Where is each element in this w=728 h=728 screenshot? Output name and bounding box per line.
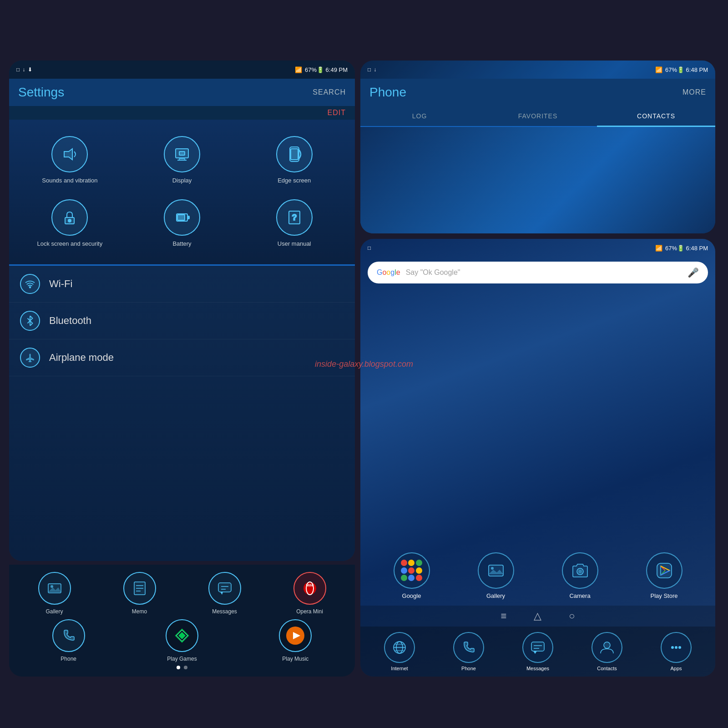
home-wallpaper-area [360,288,715,548]
svg-text:?: ? [292,213,297,222]
opera-icon: MINI [301,579,319,597]
grid-dot-red2 [408,567,415,574]
phone-dock-label: Phone [61,656,76,662]
grid-dot-yellow [408,560,415,566]
dock-contacts[interactable]: Contacts [592,632,622,671]
svg-rect-21 [218,583,231,592]
playgames-dock-label: Play Games [167,656,197,662]
bottom-dock-home: Internet Phone [360,627,715,677]
setting-lock[interactable]: Lock screen and security [14,192,126,255]
status-bar-left: □ ↓ ⬇ 📶 67%🔋 6:49 PM [9,61,355,79]
setting-sounds[interactable]: Sounds and vibration [14,129,126,192]
svg-rect-9 [187,216,189,219]
dock-phone-home[interactable]: Phone [453,632,484,671]
home-button[interactable]: △ [534,610,541,622]
home-icon-camera[interactable]: Camera [562,552,598,599]
dock-playmusic[interactable]: Play Music [241,619,350,662]
memo-icon [131,579,149,597]
dock-messages-home[interactable]: Messages [522,632,553,671]
display-icon [173,145,191,163]
home-icon-gallery[interactable]: Gallery [478,552,514,599]
home-notif-icon: □ [368,245,371,251]
phone-header: Phone MORE [360,79,715,106]
sound-icon [61,145,79,163]
playstore-home-label: Play Store [651,592,678,599]
google-apps-grid [401,560,423,581]
back-button[interactable]: ○ [569,610,575,622]
display-icon-circle [164,136,200,172]
menu-button[interactable]: ≡ [500,610,506,622]
dock-gallery[interactable]: Gallery [14,572,95,615]
svg-point-37 [578,570,582,573]
dock-apps[interactable]: Apps [661,632,692,671]
wifi-label: Wi-Fi [49,278,72,290]
memo-icon-circle [123,572,156,605]
tab-contacts[interactable]: CONTACTS [597,106,715,126]
dock-internet[interactable]: Internet [384,632,415,671]
search-button[interactable]: SEARCH [313,88,346,96]
phone-notif-icon: □ [368,66,371,73]
camera-home-label: Camera [569,592,590,599]
home-status-bar: □ 📶 67%🔋 6:48 PM [360,239,715,257]
svg-rect-3 [179,152,185,155]
messages-dock-label: Messages [212,608,237,615]
right-panel: □ ↓ 📶 67%🔋 6:48 PM Phone MORE LOG FAVORI… [360,51,715,677]
svg-point-35 [491,567,494,570]
messages-home-label: Messages [526,666,549,671]
lock-icon [61,208,79,227]
airplane-item[interactable]: Airplane mode [9,339,355,376]
dock-messages[interactable]: Messages [184,572,265,615]
phone-battery-time: 67%🔋 6:48 PM [665,66,708,73]
svg-marker-29 [178,632,186,639]
internet-dock-circle [384,632,415,663]
nav-bar: ≡ △ ○ [360,606,715,627]
grid-dot-red3 [416,575,422,581]
dock-opera[interactable]: MINI Opera Mini [269,572,350,615]
home-screen: □ 📶 67%🔋 6:48 PM Google Say "Ok Google" … [360,239,715,677]
phone-dock-icon [60,627,78,645]
home-icon-google[interactable]: Google [394,552,430,599]
edge-icon-circle [276,136,313,172]
battery-status: 67%🔋 6:49 PM [305,66,348,73]
google-search-bar[interactable]: Google Say "Ok Google" 🎤 [368,262,708,283]
svg-marker-52 [533,651,537,654]
phone-more-button[interactable]: MORE [682,88,706,96]
google-placeholder: Say "Ok Google" [406,268,682,277]
setting-display[interactable]: Display [126,129,238,192]
airplane-label: Airplane mode [49,352,114,364]
display-label: Display [172,177,192,185]
tab-log[interactable]: LOG [360,106,479,126]
bluetooth-item[interactable]: Bluetooth [9,303,355,339]
grid-dot-blue [401,567,407,574]
svg-rect-5 [291,149,298,160]
svg-text:MINI: MINI [306,583,313,587]
edit-button[interactable]: EDIT [328,109,346,116]
dock-phone[interactable]: Phone [14,619,123,662]
home-icon-playstore[interactable]: Play Store [646,552,682,599]
manual-label: User manual [278,240,311,248]
phone-sync-icon: ↓ [374,66,376,73]
dock-row2: Phone Play Games [14,619,350,662]
phone-icon-circle [52,619,85,652]
tab-favorites[interactable]: FAVORITES [479,106,597,126]
battery-icon [173,208,191,227]
setting-edge[interactable]: Edge screen [238,129,350,192]
microphone-icon[interactable]: 🎤 [688,267,699,278]
home-signal: 📶 [655,245,662,252]
phone-signal: 📶 [655,66,662,73]
playmusic-dock-label: Play Music [282,656,308,662]
svg-point-55 [675,646,677,649]
manual-icon-circle: ? [276,199,313,236]
dock-memo[interactable]: Memo [99,572,180,615]
playmusic-icon-circle [279,619,312,652]
google-home-label: Google [402,592,421,599]
wifi-item[interactable]: Wi-Fi [9,266,355,303]
setting-battery[interactable]: Battery [126,192,238,255]
phone-screen: □ ↓ 📶 67%🔋 6:48 PM Phone MORE LOG FAVORI… [360,61,715,233]
playmusic-icon [285,626,305,646]
gallery-icon-circle [38,572,71,605]
memo-dock-label: Memo [132,608,147,615]
dot-1 [177,666,180,669]
dock-playgames[interactable]: Play Games [127,619,237,662]
setting-manual[interactable]: ? User manual [238,192,350,255]
